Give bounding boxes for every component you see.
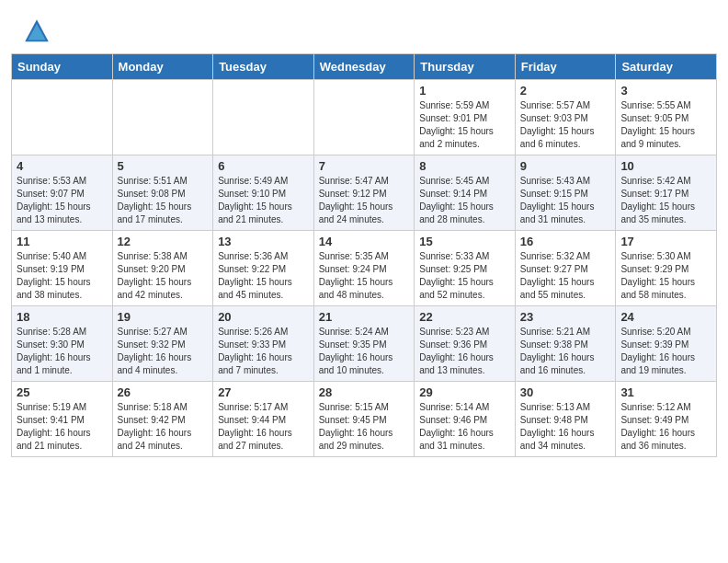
day-info: Sunrise: 5:23 AM Sunset: 9:36 PM Dayligh… <box>419 326 510 377</box>
day-info: Sunrise: 5:32 AM Sunset: 9:27 PM Dayligh… <box>520 250 611 302</box>
day-header-monday: Monday <box>112 54 213 80</box>
day-number: 2 <box>520 84 611 98</box>
day-info: Sunrise: 5:33 AM Sunset: 9:25 PM Dayligh… <box>419 250 510 302</box>
calendar-cell: 22Sunrise: 5:23 AM Sunset: 9:36 PM Dayli… <box>415 306 516 382</box>
day-number: 21 <box>319 310 410 324</box>
calendar-cell: 17Sunrise: 5:30 AM Sunset: 9:29 PM Dayli… <box>616 231 717 306</box>
day-number: 1 <box>419 84 510 98</box>
calendar-cell: 27Sunrise: 5:17 AM Sunset: 9:44 PM Dayli… <box>213 382 314 457</box>
calendar-cell: 26Sunrise: 5:18 AM Sunset: 9:42 PM Dayli… <box>112 382 213 457</box>
calendar-cell: 29Sunrise: 5:14 AM Sunset: 9:46 PM Dayli… <box>415 382 516 457</box>
calendar-cell: 11Sunrise: 5:40 AM Sunset: 9:19 PM Dayli… <box>12 231 113 306</box>
calendar-cell: 3Sunrise: 5:55 AM Sunset: 9:05 PM Daylig… <box>616 80 717 155</box>
week-row-2: 4Sunrise: 5:53 AM Sunset: 9:07 PM Daylig… <box>12 155 717 231</box>
week-row-4: 18Sunrise: 5:28 AM Sunset: 9:30 PM Dayli… <box>12 306 717 382</box>
day-number: 5 <box>118 159 209 173</box>
day-info: Sunrise: 5:36 AM Sunset: 9:22 PM Dayligh… <box>218 250 309 302</box>
day-header-sunday: Sunday <box>12 54 113 80</box>
logo-icon <box>22 17 51 46</box>
calendar-cell: 15Sunrise: 5:33 AM Sunset: 9:25 PM Dayli… <box>415 231 516 306</box>
calendar-cell: 5Sunrise: 5:51 AM Sunset: 9:08 PM Daylig… <box>112 155 213 231</box>
calendar-cell: 16Sunrise: 5:32 AM Sunset: 9:27 PM Dayli… <box>515 231 616 306</box>
day-header-tuesday: Tuesday <box>213 54 314 80</box>
day-header-thursday: Thursday <box>415 54 516 80</box>
calendar-cell: 31Sunrise: 5:12 AM Sunset: 9:49 PM Dayli… <box>616 382 717 457</box>
day-number: 17 <box>620 235 711 248</box>
day-info: Sunrise: 5:45 AM Sunset: 9:14 PM Dayligh… <box>419 175 510 226</box>
calendar-cell: 19Sunrise: 5:27 AM Sunset: 9:32 PM Dayli… <box>112 306 213 382</box>
day-number: 24 <box>620 310 711 324</box>
logo <box>22 17 55 46</box>
calendar-cell: 9Sunrise: 5:43 AM Sunset: 9:15 PM Daylig… <box>515 155 616 231</box>
calendar-cell: 14Sunrise: 5:35 AM Sunset: 9:24 PM Dayli… <box>313 231 415 306</box>
day-headers-row: SundayMondayTuesdayWednesdayThursdayFrid… <box>12 54 717 80</box>
day-info: Sunrise: 5:49 AM Sunset: 9:10 PM Dayligh… <box>218 175 309 226</box>
calendar-cell: 28Sunrise: 5:15 AM Sunset: 9:45 PM Dayli… <box>313 382 415 457</box>
calendar-cell <box>313 80 415 155</box>
day-info: Sunrise: 5:14 AM Sunset: 9:46 PM Dayligh… <box>419 401 510 453</box>
calendar-body: 1Sunrise: 5:59 AM Sunset: 9:01 PM Daylig… <box>12 80 717 457</box>
day-info: Sunrise: 5:55 AM Sunset: 9:05 PM Dayligh… <box>620 99 711 151</box>
calendar-cell: 23Sunrise: 5:21 AM Sunset: 9:38 PM Dayli… <box>515 306 616 382</box>
calendar-cell: 10Sunrise: 5:42 AM Sunset: 9:17 PM Dayli… <box>616 155 717 231</box>
day-info: Sunrise: 5:40 AM Sunset: 9:19 PM Dayligh… <box>17 250 108 302</box>
calendar-cell: 2Sunrise: 5:57 AM Sunset: 9:03 PM Daylig… <box>515 80 616 155</box>
day-number: 9 <box>520 159 611 173</box>
day-number: 8 <box>419 159 510 173</box>
day-number: 11 <box>17 235 108 248</box>
day-info: Sunrise: 5:38 AM Sunset: 9:20 PM Dayligh… <box>118 250 209 302</box>
day-info: Sunrise: 5:59 AM Sunset: 9:01 PM Dayligh… <box>419 99 510 151</box>
calendar-cell <box>213 80 314 155</box>
calendar-table: SundayMondayTuesdayWednesdayThursdayFrid… <box>11 53 717 457</box>
day-number: 14 <box>319 235 410 248</box>
day-header-wednesday: Wednesday <box>313 54 415 80</box>
calendar-cell <box>12 80 113 155</box>
day-number: 10 <box>620 159 711 173</box>
day-info: Sunrise: 5:17 AM Sunset: 9:44 PM Dayligh… <box>218 401 309 453</box>
day-number: 25 <box>17 385 108 399</box>
day-info: Sunrise: 5:35 AM Sunset: 9:24 PM Dayligh… <box>319 250 410 302</box>
day-info: Sunrise: 5:42 AM Sunset: 9:17 PM Dayligh… <box>620 175 711 226</box>
day-number: 26 <box>118 385 209 399</box>
day-info: Sunrise: 5:15 AM Sunset: 9:45 PM Dayligh… <box>319 401 410 453</box>
day-info: Sunrise: 5:47 AM Sunset: 9:12 PM Dayligh… <box>319 175 410 226</box>
day-info: Sunrise: 5:20 AM Sunset: 9:39 PM Dayligh… <box>620 326 711 377</box>
day-number: 16 <box>520 235 611 248</box>
calendar-cell: 1Sunrise: 5:59 AM Sunset: 9:01 PM Daylig… <box>415 80 516 155</box>
calendar-cell: 7Sunrise: 5:47 AM Sunset: 9:12 PM Daylig… <box>313 155 415 231</box>
day-number: 29 <box>419 385 510 399</box>
day-info: Sunrise: 5:51 AM Sunset: 9:08 PM Dayligh… <box>118 175 209 226</box>
calendar-header: SundayMondayTuesdayWednesdayThursdayFrid… <box>12 54 717 80</box>
day-number: 31 <box>620 385 711 399</box>
day-header-saturday: Saturday <box>616 54 717 80</box>
day-header-friday: Friday <box>515 54 616 80</box>
day-info: Sunrise: 5:12 AM Sunset: 9:49 PM Dayligh… <box>620 401 711 453</box>
calendar-cell: 18Sunrise: 5:28 AM Sunset: 9:30 PM Dayli… <box>12 306 113 382</box>
day-number: 4 <box>17 159 108 173</box>
calendar-cell: 20Sunrise: 5:26 AM Sunset: 9:33 PM Dayli… <box>213 306 314 382</box>
day-number: 20 <box>218 310 309 324</box>
day-info: Sunrise: 5:19 AM Sunset: 9:41 PM Dayligh… <box>17 401 108 453</box>
calendar-cell: 12Sunrise: 5:38 AM Sunset: 9:20 PM Dayli… <box>112 231 213 306</box>
day-info: Sunrise: 5:18 AM Sunset: 9:42 PM Dayligh… <box>118 401 209 453</box>
week-row-5: 25Sunrise: 5:19 AM Sunset: 9:41 PM Dayli… <box>12 382 717 457</box>
day-info: Sunrise: 5:27 AM Sunset: 9:32 PM Dayligh… <box>118 326 209 377</box>
day-number: 3 <box>620 84 711 98</box>
calendar-cell: 4Sunrise: 5:53 AM Sunset: 9:07 PM Daylig… <box>12 155 113 231</box>
day-number: 28 <box>319 385 410 399</box>
day-number: 15 <box>419 235 510 248</box>
day-number: 13 <box>218 235 309 248</box>
day-info: Sunrise: 5:30 AM Sunset: 9:29 PM Dayligh… <box>620 250 711 302</box>
week-row-1: 1Sunrise: 5:59 AM Sunset: 9:01 PM Daylig… <box>12 80 717 155</box>
day-number: 12 <box>118 235 209 248</box>
day-number: 22 <box>419 310 510 324</box>
day-info: Sunrise: 5:43 AM Sunset: 9:15 PM Dayligh… <box>520 175 611 226</box>
calendar-cell: 30Sunrise: 5:13 AM Sunset: 9:48 PM Dayli… <box>515 382 616 457</box>
calendar-cell <box>112 80 213 155</box>
day-info: Sunrise: 5:21 AM Sunset: 9:38 PM Dayligh… <box>520 326 611 377</box>
day-number: 7 <box>319 159 410 173</box>
calendar-container: SundayMondayTuesdayWednesdayThursdayFrid… <box>0 53 728 468</box>
page-header <box>0 0 728 53</box>
week-row-3: 11Sunrise: 5:40 AM Sunset: 9:19 PM Dayli… <box>12 231 717 306</box>
day-info: Sunrise: 5:24 AM Sunset: 9:35 PM Dayligh… <box>319 326 410 377</box>
